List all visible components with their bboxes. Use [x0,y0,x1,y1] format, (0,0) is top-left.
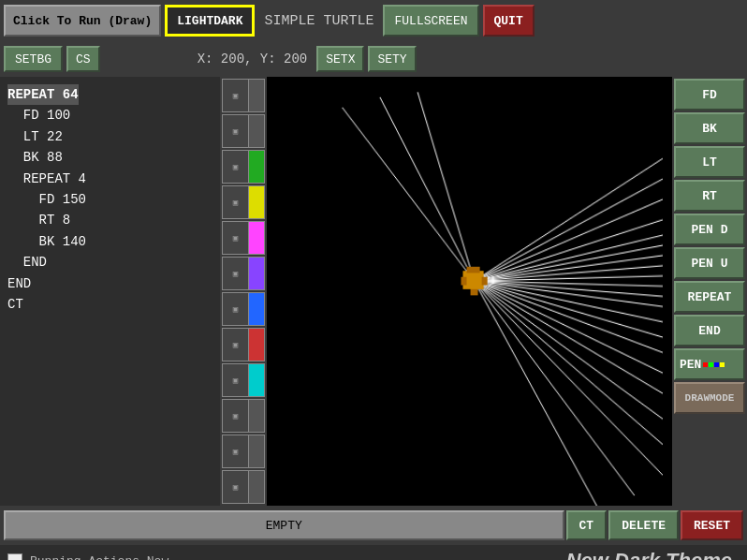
pend-button[interactable]: PEN D [674,214,745,245]
rt-button[interactable]: RT [674,180,745,212]
code-line-1: FD 100 [7,105,212,125]
canvas-area[interactable]: 0 400 [267,77,672,506]
swatch-item[interactable]: ▣ [222,363,265,397]
repeat-button[interactable]: REPEAT [674,281,745,313]
code-line-9: END [7,273,212,294]
code-panel: REPEAT 64 FD 100 LT 22 BK 88 REPEAT 4 FD… [0,77,220,506]
right-panel: FD BK LT RT PEN D PEN U REPEAT END PEN D… [672,77,747,506]
run-button[interactable]: Click To Run (Draw) [4,5,161,37]
fd-button[interactable]: FD [674,79,745,111]
bottom-bar: EMPTY CT DELETE RESET [0,506,747,545]
theme-label: New Dark Theme [566,549,740,560]
swatch-item[interactable]: ▣ [222,150,265,184]
drawmode-button[interactable]: DRAWMODE [674,382,745,414]
reset-button[interactable]: RESET [681,510,743,540]
code-line-5: FD 150 [7,189,212,210]
swatch-item[interactable]: ▣ [222,185,265,219]
code-line-10: CT [7,294,212,315]
simple-turtle-label: SIMPLE TURTLE [264,13,374,29]
swatch-item[interactable]: ▣ [222,328,265,361]
main-area: REPEAT 64 FD 100 LT 22 BK 88 REPEAT 4 FD… [0,77,747,506]
code-line-3: BK 88 [7,147,212,168]
swatch-item[interactable]: ▣ [222,292,265,326]
toolbar-row1: Click To Run (Draw) LIGHTDARK SIMPLE TUR… [0,0,747,41]
end-button[interactable]: END [674,315,745,346]
code-line-7: BK 140 [7,231,212,252]
swatch-item[interactable]: ▣ [222,470,265,504]
turtle-canvas[interactable] [267,77,672,506]
swatch-item[interactable]: ▣ [222,114,265,148]
toolbar-row2: SETBG CS X: 200, Y: 200 SETX SETY [0,41,747,77]
pen-label: PEN [680,358,701,372]
swatch-item[interactable]: ▣ [222,399,265,433]
quit-button[interactable]: QUIT [483,5,535,37]
setbg-button[interactable]: SETBG [4,46,63,72]
cs-button[interactable]: CS [66,46,100,72]
code-line-0: REPEAT 64 [7,84,212,105]
swatch-item[interactable]: ▣ [222,435,265,468]
setx-button[interactable]: SETX [316,46,364,72]
coords-label: X: 200, Y: 200 [198,52,308,66]
code-line-6: RT 8 [7,210,212,230]
lt-button[interactable]: LT [674,146,745,178]
ct-button[interactable]: CT [566,510,608,540]
code-line-4: REPEAT 4 [7,169,212,189]
status-bar: Running Actions Now... New Dark Theme [0,545,747,560]
penu-button[interactable]: PEN U [674,247,745,279]
pen-color-dots [703,362,725,367]
swatch-item[interactable]: ▣ [222,257,265,290]
swatches-panel: ▣▣▣▣▣▣▣▣▣▣▣▣ [220,77,267,506]
status-indicator [7,553,22,560]
lightdark-button[interactable]: LIGHTDARK [165,5,255,37]
delete-button[interactable]: DELETE [608,510,679,540]
sety-button[interactable]: SETY [368,46,416,72]
swatch-item[interactable]: ▣ [222,79,265,112]
bk-button[interactable]: BK [674,112,745,144]
pen-button[interactable]: PEN [674,348,745,380]
empty-button[interactable]: EMPTY [4,510,564,540]
code-line-2: LT 22 [7,126,212,147]
status-text: Running Actions Now... [30,554,566,561]
fullscreen-button[interactable]: FULLSCREEN [383,5,478,37]
code-line-8: END [7,252,212,273]
swatch-item[interactable]: ▣ [222,221,265,255]
